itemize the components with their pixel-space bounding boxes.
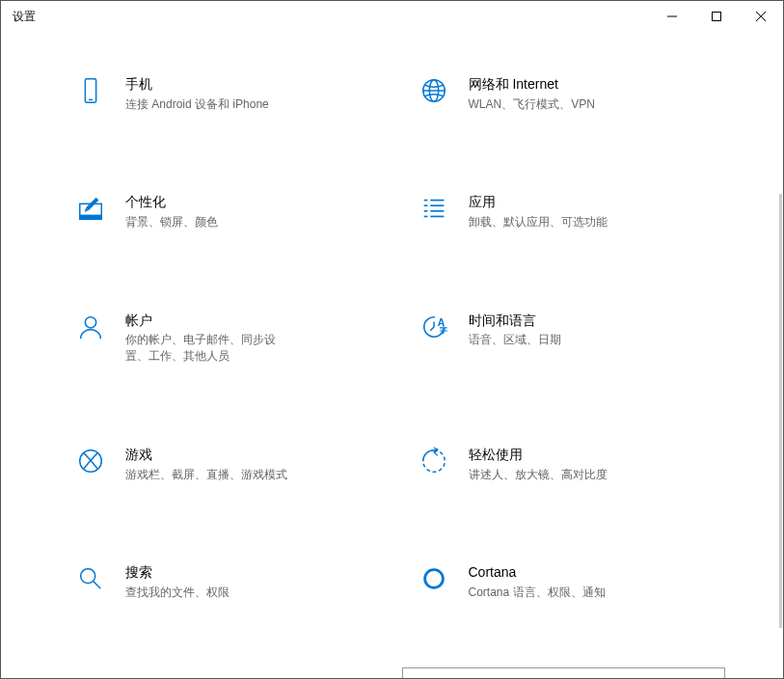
globe-icon <box>419 75 449 106</box>
tile-title: 游戏 <box>125 446 287 465</box>
tile-title: 轻松使用 <box>469 446 608 465</box>
phone-icon <box>75 75 106 106</box>
tile-cortana[interactable]: Cortana Cortana 语言、权限、通知 <box>402 549 726 614</box>
maximize-button[interactable] <box>694 1 739 32</box>
close-button[interactable] <box>739 1 783 32</box>
svg-rect-0 <box>713 13 721 21</box>
scrollbar[interactable] <box>779 194 782 628</box>
tile-subtitle: 连接 Android 设备和 iPhone <box>125 96 269 113</box>
tile-accounts[interactable]: 帐户 你的帐户、电子邮件、同步设置、工作、其他人员 <box>59 297 383 379</box>
tile-title: 应用 <box>469 193 608 212</box>
tile-subtitle: Cortana 语言、权限、通知 <box>469 584 606 601</box>
svg-rect-1 <box>85 79 95 102</box>
cortana-icon <box>419 563 449 594</box>
xbox-icon <box>75 446 106 476</box>
tile-title: 时间和语言 <box>469 312 561 331</box>
tile-time-language[interactable]: A 字 时间和语言 语音、区域、日期 <box>402 297 726 379</box>
tile-privacy[interactable]: 隐私 位置、相机、麦克风 <box>59 667 383 678</box>
tile-title: Cortana <box>469 563 606 583</box>
window-controls <box>650 1 783 32</box>
tile-subtitle: 游戏栏、截屏、直播、游戏模式 <box>125 467 287 483</box>
minimize-button[interactable] <box>650 1 694 32</box>
svg-point-22 <box>424 570 443 588</box>
tile-title: 网络和 Internet <box>469 75 595 95</box>
svg-line-21 <box>94 582 101 589</box>
tile-subtitle: WLAN、飞行模式、VPN <box>469 96 595 113</box>
settings-content: 手机 连接 Android 设备和 iPhone 网络和 Internet WL… <box>1 32 783 678</box>
tile-subtitle: 卸载、默认应用、可选功能 <box>469 214 608 231</box>
tile-apps[interactable]: 应用 卸载、默认应用、可选功能 <box>402 178 726 244</box>
person-icon <box>75 312 106 342</box>
apps-icon <box>419 193 449 224</box>
tile-title: 个性化 <box>125 193 218 212</box>
tile-title: 手机 <box>125 75 269 95</box>
tile-title: 帐户 <box>125 312 289 331</box>
tile-subtitle: 你的帐户、电子邮件、同步设置、工作、其他人员 <box>125 332 289 365</box>
svg-text:字: 字 <box>439 324 446 334</box>
tile-subtitle: 背景、锁屏、颜色 <box>125 214 218 231</box>
time-language-icon: A 字 <box>419 312 449 342</box>
titlebar: 设置 <box>1 1 783 32</box>
tile-update-security[interactable]: 更新和安全 Windows 更新、恢复、备份 <box>402 667 726 678</box>
ease-of-access-icon <box>419 446 449 476</box>
tile-gaming[interactable]: 游戏 游戏栏、截屏、直播、游戏模式 <box>59 431 383 497</box>
tile-personalization[interactable]: 个性化 背景、锁屏、颜色 <box>59 178 383 244</box>
tile-title: 搜索 <box>125 563 230 583</box>
settings-grid: 手机 连接 Android 设备和 iPhone 网络和 Internet WL… <box>59 61 725 678</box>
paint-icon <box>75 193 106 224</box>
tile-search[interactable]: 搜索 查找我的文件、权限 <box>59 549 383 614</box>
svg-rect-7 <box>80 215 102 220</box>
tile-subtitle: 查找我的文件、权限 <box>125 584 230 601</box>
tile-ease-of-access[interactable]: 轻松使用 讲述人、放大镜、高对比度 <box>402 431 726 497</box>
tile-subtitle: 讲述人、放大镜、高对比度 <box>469 467 608 483</box>
svg-point-16 <box>85 316 95 327</box>
window-title: 设置 <box>13 9 36 25</box>
tile-subtitle: 语音、区域、日期 <box>469 332 561 348</box>
search-icon <box>75 563 106 594</box>
tile-phone[interactable]: 手机 连接 Android 设备和 iPhone <box>59 61 383 126</box>
tile-network[interactable]: 网络和 Internet WLAN、飞行模式、VPN <box>402 61 726 126</box>
svg-point-20 <box>81 569 95 584</box>
